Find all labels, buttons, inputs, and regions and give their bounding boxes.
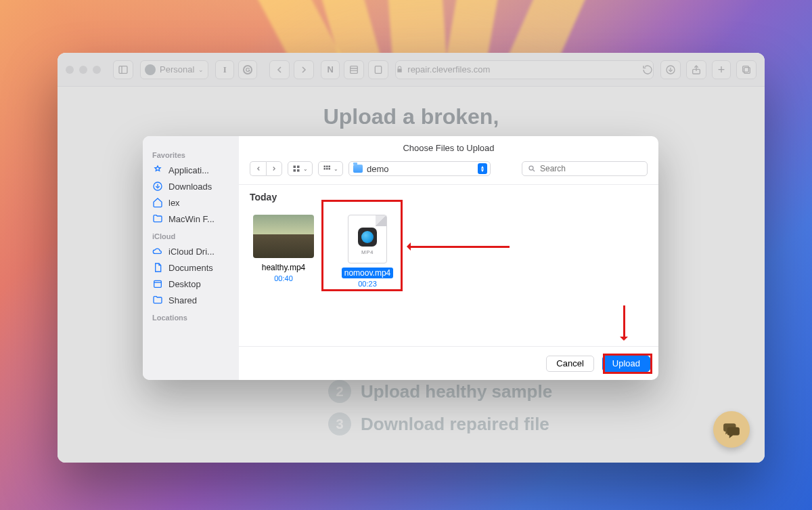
grid-icon bbox=[292, 165, 300, 173]
new-tab-button[interactable]: + bbox=[712, 60, 731, 79]
cloud-icon bbox=[152, 246, 163, 257]
file-name: nomoov.mp4 bbox=[342, 268, 393, 278]
address-bar[interactable]: repair.cleverfiles.com bbox=[395, 60, 654, 79]
nav-forward-button[interactable] bbox=[266, 161, 282, 176]
extension-button-2[interactable]: G bbox=[238, 60, 257, 79]
extension-button-5[interactable] bbox=[368, 60, 388, 79]
file-type-tag: MP4 bbox=[361, 249, 374, 255]
search-field[interactable] bbox=[522, 161, 648, 176]
nav-back-button[interactable] bbox=[250, 161, 266, 176]
svg-rect-0 bbox=[119, 66, 127, 73]
sidebar-item-icloud-drive[interactable]: iCloud Dri... bbox=[143, 243, 239, 259]
updown-arrows-icon: ▲▼ bbox=[478, 163, 487, 174]
chat-widget-button[interactable] bbox=[713, 411, 750, 448]
close-window-icon[interactable] bbox=[66, 66, 74, 74]
step-label: Upload healthy sample bbox=[361, 381, 552, 402]
sidebar-item-applications[interactable]: Applicati... bbox=[143, 162, 239, 178]
extension-button-1[interactable]: I bbox=[215, 60, 234, 79]
svg-rect-23 bbox=[326, 168, 328, 170]
sidebar-item-desktop[interactable]: Desktop bbox=[143, 276, 239, 292]
file-name: healthy.mp4 bbox=[259, 262, 308, 273]
sidebar-item-home[interactable]: lex bbox=[143, 194, 239, 211]
svg-rect-15 bbox=[294, 166, 296, 169]
downloads-button[interactable] bbox=[660, 60, 681, 79]
svg-rect-2 bbox=[351, 66, 358, 73]
file-duration: 00:23 bbox=[334, 280, 401, 288]
profile-picker[interactable]: Personal ⌄ bbox=[140, 60, 208, 79]
extension-button-3[interactable]: N bbox=[321, 60, 340, 79]
svg-rect-17 bbox=[294, 169, 296, 172]
mp4-document-thumbnail: MP4 bbox=[348, 215, 387, 263]
file-grid-area: Today healthy.mp4 00:40 MP4 nomoov.mp4 0… bbox=[239, 185, 658, 346]
sidebar-item-label: Documents bbox=[168, 263, 213, 273]
view-mode-picker[interactable]: ⌄ bbox=[288, 161, 313, 176]
svg-rect-19 bbox=[324, 166, 326, 168]
svg-rect-21 bbox=[329, 166, 331, 168]
svg-line-26 bbox=[533, 170, 535, 172]
sidebar-item-label: Applicati... bbox=[168, 165, 209, 175]
sidebar-item-label: iCloud Dri... bbox=[168, 247, 215, 257]
group-mode-picker[interactable]: ⌄ bbox=[318, 161, 343, 176]
sidebar-section-locations: Locations bbox=[143, 308, 239, 324]
file-item-nomoov[interactable]: MP4 nomoov.mp4 00:23 bbox=[334, 215, 401, 288]
forward-button[interactable] bbox=[294, 60, 314, 79]
current-folder-label: demo bbox=[367, 164, 389, 174]
sidebar-item-label: Downloads bbox=[168, 182, 212, 192]
file-picker-dialog: Favorites Applicati... Downloads lex Mac… bbox=[143, 136, 658, 380]
avatar-icon bbox=[145, 64, 156, 75]
svg-point-25 bbox=[529, 166, 533, 170]
minimize-window-icon[interactable] bbox=[79, 66, 87, 74]
svg-rect-13 bbox=[154, 280, 162, 287]
chevron-down-icon: ⌄ bbox=[334, 166, 338, 172]
page-headline: Upload a broken, bbox=[323, 104, 499, 129]
cancel-button[interactable]: Cancel bbox=[546, 356, 593, 372]
group-icon bbox=[323, 165, 331, 173]
svg-rect-20 bbox=[326, 166, 328, 168]
file-item-healthy[interactable]: healthy.mp4 00:40 bbox=[250, 215, 317, 282]
section-header: Today bbox=[250, 192, 648, 203]
step-number: 2 bbox=[328, 380, 351, 403]
sidebar-item-downloads[interactable]: Downloads bbox=[143, 178, 239, 194]
file-picker-sidebar: Favorites Applicati... Downloads lex Mac… bbox=[143, 136, 239, 380]
sidebar-item-label: lex bbox=[168, 198, 180, 208]
chevron-down-icon: ⌄ bbox=[303, 166, 308, 172]
sidebar-toggle-button[interactable] bbox=[113, 60, 133, 79]
quicktime-icon bbox=[358, 228, 377, 247]
annotation-arrow-down bbox=[623, 305, 625, 339]
sidebar-item-folder[interactable]: MacWin F... bbox=[143, 211, 239, 227]
folder-icon bbox=[152, 213, 163, 224]
dialog-footer: Cancel Upload bbox=[239, 346, 658, 380]
applications-icon bbox=[152, 165, 163, 175]
home-icon bbox=[152, 197, 163, 208]
svg-rect-24 bbox=[329, 168, 331, 170]
upload-button[interactable]: Upload bbox=[602, 356, 650, 372]
sidebar-item-label: Shared bbox=[168, 295, 197, 305]
chat-icon bbox=[723, 421, 740, 438]
zoom-window-icon[interactable] bbox=[93, 66, 101, 74]
svg-rect-16 bbox=[297, 166, 300, 169]
file-duration: 00:40 bbox=[250, 274, 317, 282]
svg-rect-5 bbox=[376, 66, 382, 73]
sidebar-item-shared[interactable]: Shared bbox=[143, 292, 239, 308]
annotation-arrow-left bbox=[408, 246, 510, 248]
video-thumbnail bbox=[253, 215, 314, 258]
step-label: Download repaired file bbox=[361, 414, 549, 435]
tabs-overview-button[interactable] bbox=[736, 60, 757, 79]
window-controls[interactable] bbox=[66, 66, 101, 74]
sidebar-item-label: Desktop bbox=[168, 279, 201, 289]
back-button[interactable] bbox=[269, 60, 290, 79]
desktop-icon bbox=[152, 278, 163, 289]
share-button[interactable] bbox=[686, 60, 706, 79]
extension-button-4[interactable] bbox=[344, 60, 364, 79]
search-input[interactable] bbox=[540, 164, 641, 173]
downloads-icon bbox=[152, 181, 163, 192]
svg-rect-18 bbox=[297, 169, 300, 172]
chevron-down-icon: ⌄ bbox=[198, 66, 204, 73]
dialog-toolbar: ⌄ ⌄ demo ▲▼ bbox=[239, 158, 658, 185]
sidebar-item-documents[interactable]: Documents bbox=[143, 259, 239, 276]
reload-icon[interactable] bbox=[642, 64, 653, 75]
svg-rect-10 bbox=[743, 66, 749, 72]
dialog-title: Choose Files to Upload bbox=[239, 136, 658, 158]
address-text: repair.cleverfiles.com bbox=[407, 64, 490, 75]
folder-path-dropdown[interactable]: demo ▲▼ bbox=[348, 161, 491, 176]
